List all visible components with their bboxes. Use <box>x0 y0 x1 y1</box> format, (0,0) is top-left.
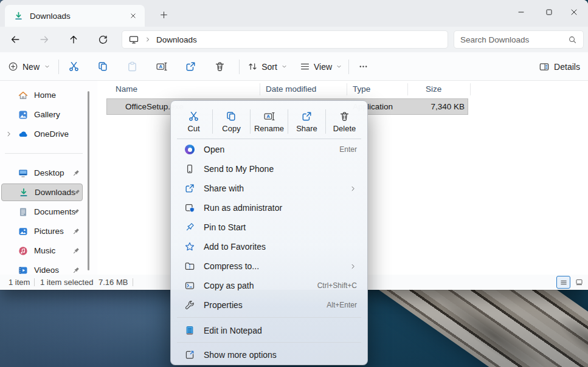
menu-item-label: Show more options <box>204 350 357 360</box>
details-view-toggle[interactable] <box>556 276 570 289</box>
paste-button[interactable] <box>120 57 144 77</box>
sidebar-item-documents[interactable]: Documents <box>1 203 83 221</box>
desktop-icon <box>18 168 29 179</box>
trash-icon <box>214 61 226 72</box>
selection-count: 1 item selected <box>40 278 93 287</box>
close-button[interactable] <box>560 1 588 24</box>
sidebar-item-label: Documents <box>34 207 75 216</box>
copy-button[interactable] <box>91 57 115 77</box>
menu-item-add-to-favorites[interactable]: Add to Favorites <box>174 237 364 256</box>
column-divider[interactable] <box>470 83 471 95</box>
menu-item-properties[interactable]: Properties Alt+Enter <box>174 295 364 315</box>
admin-shield-icon <box>184 202 196 213</box>
refresh-button[interactable] <box>93 31 112 48</box>
sidebar-item-desktop[interactable]: Desktop <box>1 164 83 182</box>
screen: Downloads Downloads <box>0 0 588 367</box>
star-icon <box>184 241 196 252</box>
more-options-button[interactable] <box>352 57 374 77</box>
view-list-icon <box>300 61 310 72</box>
menu-item-label: Add to Favorites <box>204 242 357 252</box>
quick-rename-button[interactable]: Rename <box>251 105 288 139</box>
column-header-type[interactable]: Type <box>353 84 370 94</box>
maximize-button[interactable] <box>535 1 563 24</box>
pin-icon <box>72 169 81 177</box>
large-icons-view-toggle[interactable] <box>572 276 586 289</box>
column-header-size[interactable]: Size <box>426 84 441 94</box>
column-divider[interactable] <box>407 83 408 95</box>
address-bar[interactable]: Downloads <box>122 30 448 49</box>
back-button[interactable] <box>5 31 25 48</box>
view-button[interactable]: View <box>297 57 345 77</box>
column-header-name[interactable]: Name <box>116 84 137 94</box>
menu-item-open[interactable]: Open Enter <box>174 140 364 159</box>
sidebar-item-downloads[interactable]: Downloads <box>1 184 83 201</box>
sidebar-item-gallery[interactable]: Gallery <box>1 106 83 123</box>
delete-button[interactable] <box>207 57 232 77</box>
menu-item-edit-in-notepad[interactable]: Edit in Notepad <box>174 321 364 340</box>
menu-item-share-with[interactable]: Share with <box>174 179 364 198</box>
music-icon <box>18 245 29 256</box>
quick-copy-button[interactable]: Copy <box>213 105 250 139</box>
new-button[interactable]: New <box>6 57 52 77</box>
downloads-tab-icon <box>13 11 24 21</box>
pin-icon <box>72 208 81 216</box>
quick-delete-button[interactable]: Delete <box>326 105 363 139</box>
menu-item-copy-as-path[interactable]: Copy as path Ctrl+Shift+C <box>174 276 364 295</box>
menu-item-label: Edit in Notepad <box>204 326 357 335</box>
quick-share-button[interactable]: Share <box>288 105 325 139</box>
paste-icon <box>126 61 138 72</box>
explorer-tab[interactable]: Downloads <box>5 5 145 27</box>
submenu-chevron-icon <box>349 185 357 193</box>
cut-button[interactable] <box>61 57 86 77</box>
pin-outline-icon <box>184 222 196 233</box>
menu-item-label: Pin to Start <box>204 222 357 232</box>
share-button[interactable] <box>178 57 202 77</box>
status-divider <box>34 278 35 286</box>
rename-icon <box>263 111 275 122</box>
sidebar-item-onedrive[interactable]: OneDrive <box>1 125 83 143</box>
menu-item-label: Run as administrator <box>204 203 357 213</box>
up-button[interactable] <box>64 31 83 48</box>
details-pane-button[interactable]: Details <box>535 57 584 77</box>
new-tab-button[interactable] <box>154 6 173 23</box>
sidebar-item-music[interactable]: Music <box>1 242 83 259</box>
sidebar-scrollbar[interactable] <box>88 91 89 270</box>
notepad-icon <box>184 325 196 336</box>
menu-item-compress-to[interactable]: Compress to... <box>174 256 364 276</box>
menu-item-label: Send to My Phone <box>204 164 357 174</box>
search-icon[interactable] <box>568 35 577 44</box>
chevron-down-icon <box>44 63 50 70</box>
menu-item-send-to-my-phone[interactable]: Send to My Phone <box>174 159 364 179</box>
expand-chevron-icon[interactable] <box>5 130 13 138</box>
rename-button[interactable] <box>149 57 173 77</box>
column-divider[interactable] <box>347 83 347 95</box>
minimize-button[interactable] <box>507 1 535 24</box>
office-icon <box>184 145 196 154</box>
menu-item-run-as-administrator[interactable]: Run as administrator <box>174 198 364 218</box>
titlebar: Downloads <box>0 0 588 27</box>
shortcut-label: Alt+Enter <box>327 301 357 309</box>
menu-item-label: Open <box>204 145 339 154</box>
submenu-chevron-icon <box>349 262 357 270</box>
show-more-options-icon <box>184 349 196 360</box>
search-input[interactable] <box>460 35 568 44</box>
menu-item-label: Properties <box>204 300 327 310</box>
sort-button[interactable]: Sort <box>244 57 291 77</box>
phone-icon <box>184 163 196 174</box>
sidebar-item-home[interactable]: Home <box>1 86 83 104</box>
item-count: 1 item <box>9 278 30 287</box>
breadcrumb[interactable]: Downloads <box>156 35 197 44</box>
menu-item-show-more-options[interactable]: Show more options <box>174 345 364 365</box>
quick-cut-button[interactable]: Cut <box>175 105 212 139</box>
copy-icon <box>226 111 237 122</box>
column-header-date-modified[interactable]: Date modified <box>266 84 316 94</box>
sidebar-item-label: Desktop <box>34 168 64 177</box>
sidebar-item-label: Videos <box>34 266 59 275</box>
tab-close-icon[interactable] <box>125 9 141 23</box>
forward-button[interactable] <box>35 31 54 48</box>
sidebar-item-pictures[interactable]: Pictures <box>1 222 83 240</box>
menu-item-pin-to-start[interactable]: Pin to Start <box>174 218 364 237</box>
pin-icon <box>72 188 82 197</box>
column-divider[interactable] <box>260 83 260 95</box>
new-button-label: New <box>22 62 40 72</box>
